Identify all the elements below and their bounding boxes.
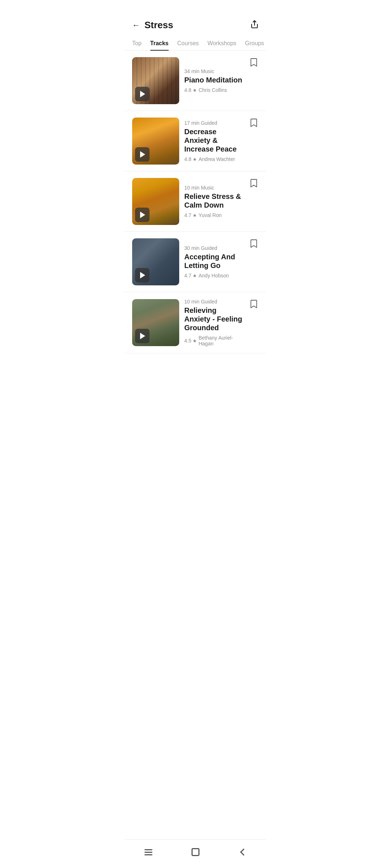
page-title: Stress bbox=[144, 20, 173, 31]
bookmark-button[interactable] bbox=[249, 239, 259, 249]
header-left: ← Stress bbox=[132, 20, 173, 31]
track-rating: 4.5 ★ Bethany Auriel-Hagan bbox=[184, 335, 244, 346]
tab-top[interactable]: Top bbox=[132, 37, 142, 50]
track-info: 10 min Guided Relieving Anxiety - Feelin… bbox=[184, 299, 244, 346]
track-rating: 4.8 ★ Andrea Wachter bbox=[184, 156, 244, 162]
track-list: 34 min Music Piano Meditation 4.8 ★ Chri… bbox=[125, 51, 266, 386]
tab-tracks[interactable]: Tracks bbox=[150, 37, 169, 50]
track-meta: 10 min Guided bbox=[184, 299, 244, 305]
bookmark-button[interactable] bbox=[249, 58, 259, 68]
track-name: Accepting And Letting Go bbox=[184, 252, 244, 270]
bookmark-button[interactable] bbox=[249, 118, 259, 128]
track-name: Decrease Anxiety & Increase Peace bbox=[184, 127, 244, 153]
play-button[interactable] bbox=[135, 87, 150, 101]
rating-value: 4.7 bbox=[184, 212, 191, 218]
track-duration: 17 min bbox=[184, 120, 199, 126]
home-icon bbox=[192, 848, 199, 856]
nav-menu-button[interactable] bbox=[141, 845, 156, 859]
play-button[interactable] bbox=[135, 268, 150, 282]
track-item[interactable]: 34 min Music Piano Meditation 4.8 ★ Chri… bbox=[125, 51, 266, 111]
tab-workshops[interactable]: Workshops bbox=[207, 37, 236, 50]
star-icon: ★ bbox=[193, 273, 197, 278]
track-name: Relieving Anxiety - Feeling Grounded bbox=[184, 306, 244, 332]
track-info: 34 min Music Piano Meditation 4.8 ★ Chri… bbox=[184, 68, 244, 93]
track-duration: 10 min bbox=[184, 299, 199, 305]
play-button[interactable] bbox=[135, 329, 150, 343]
tab-groups[interactable]: Groups bbox=[245, 37, 264, 50]
track-item[interactable]: 10 min Music Relieve Stress & Calm Down … bbox=[125, 171, 266, 232]
track-meta: 30 min Guided bbox=[184, 245, 244, 251]
back-icon bbox=[240, 848, 247, 856]
track-name: Relieve Stress & Calm Down bbox=[184, 192, 244, 209]
rating-value: 4.7 bbox=[184, 273, 191, 278]
track-item[interactable]: 30 min Guided Accepting And Letting Go 4… bbox=[125, 232, 266, 292]
track-duration: 30 min bbox=[184, 245, 199, 251]
play-icon bbox=[140, 272, 145, 278]
track-thumbnail bbox=[132, 238, 179, 285]
nav-back-button[interactable] bbox=[235, 845, 250, 859]
play-button[interactable] bbox=[135, 147, 150, 162]
star-icon: ★ bbox=[193, 88, 197, 93]
track-duration: 34 min bbox=[184, 68, 199, 74]
track-type: Music bbox=[201, 68, 214, 74]
track-info: 30 min Guided Accepting And Letting Go 4… bbox=[184, 245, 244, 278]
track-author: Bethany Auriel-Hagan bbox=[198, 335, 244, 346]
play-button[interactable] bbox=[135, 208, 150, 222]
menu-icon bbox=[144, 849, 152, 855]
tab-courses[interactable]: Courses bbox=[177, 37, 199, 50]
rating-value: 4.8 bbox=[184, 87, 191, 93]
star-icon: ★ bbox=[193, 157, 197, 162]
track-info: 10 min Music Relieve Stress & Calm Down … bbox=[184, 185, 244, 218]
track-thumbnail bbox=[132, 178, 179, 225]
play-icon bbox=[140, 91, 145, 97]
bookmark-button[interactable] bbox=[249, 179, 259, 189]
rating-value: 4.5 bbox=[184, 338, 191, 344]
play-icon bbox=[140, 333, 145, 339]
track-rating: 4.7 ★ Andy Hobson bbox=[184, 273, 244, 278]
track-type: Guided bbox=[201, 245, 217, 251]
track-author: Yuval Ron bbox=[198, 212, 222, 218]
track-info: 17 min Guided Decrease Anxiety & Increas… bbox=[184, 120, 244, 162]
bookmark-button[interactable] bbox=[249, 299, 259, 310]
tabs-bar: Top Tracks Courses Workshops Groups bbox=[125, 37, 266, 51]
track-item[interactable]: 10 min Guided Relieving Anxiety - Feelin… bbox=[125, 292, 266, 353]
track-meta: 34 min Music bbox=[184, 68, 244, 74]
track-name: Piano Meditation bbox=[184, 76, 244, 84]
back-button[interactable]: ← bbox=[132, 21, 140, 30]
play-icon bbox=[140, 151, 145, 158]
track-rating: 4.7 ★ Yuval Ron bbox=[184, 212, 244, 218]
star-icon: ★ bbox=[193, 338, 197, 344]
star-icon: ★ bbox=[193, 213, 197, 218]
track-type: Music bbox=[201, 185, 214, 191]
bottom-nav-bar bbox=[125, 839, 266, 868]
track-item[interactable]: 17 min Guided Decrease Anxiety & Increas… bbox=[125, 111, 266, 171]
share-button[interactable] bbox=[250, 20, 259, 31]
play-icon bbox=[140, 212, 145, 218]
track-thumbnail bbox=[132, 299, 179, 346]
track-rating: 4.8 ★ Chris Collins bbox=[184, 87, 244, 93]
track-author: Andrea Wachter bbox=[198, 156, 235, 162]
track-author: Andy Hobson bbox=[198, 273, 229, 278]
track-thumbnail bbox=[132, 118, 179, 165]
rating-value: 4.8 bbox=[184, 156, 191, 162]
header: ← Stress bbox=[125, 0, 266, 37]
track-type: Guided bbox=[201, 299, 217, 305]
track-author: Chris Collins bbox=[198, 87, 227, 93]
track-duration: 10 min bbox=[184, 185, 199, 191]
track-meta: 10 min Music bbox=[184, 185, 244, 191]
track-type: Guided bbox=[201, 120, 217, 126]
track-thumbnail bbox=[132, 57, 179, 104]
track-meta: 17 min Guided bbox=[184, 120, 244, 126]
nav-home-button[interactable] bbox=[188, 845, 203, 859]
